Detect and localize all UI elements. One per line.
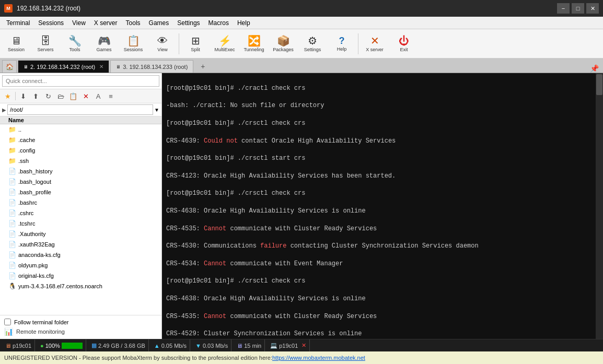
file-icon: 📄 <box>8 220 16 227</box>
list-item[interactable]: 📄 .bash_history <box>0 166 161 177</box>
close-button[interactable]: ✕ <box>586 3 599 14</box>
quick-connect-bar <box>0 73 161 89</box>
remote-monitoring-row[interactable]: 📊 Remote monitoring <box>4 327 157 336</box>
titlebar-title: 192.168.134.232 (root) <box>17 5 80 12</box>
menu-sessions[interactable]: Sessions <box>34 18 68 28</box>
toolbar-view-label: View <box>157 47 167 52</box>
path-bar: ▶ ▼ <box>0 103 161 116</box>
list-item[interactable]: 🐧 yum-3.4.3-168.el7.centos.noarch <box>0 281 161 291</box>
tab-home[interactable]: 🏠 <box>2 60 17 73</box>
folder-icon: 📁 <box>8 157 16 165</box>
tab-icon-2: 🖥 <box>116 64 121 69</box>
toolbar-separator-2 <box>358 33 358 54</box>
sidebar-download-button[interactable]: ⬇ <box>17 90 29 102</box>
list-item[interactable]: 📁 .ssh <box>0 156 161 166</box>
main-area: ★ ⬇ ⬆ ↻ 🗁 📋 ✕ A ≡ ▶ ▼ Name 📁 .. <box>0 73 603 339</box>
list-item[interactable]: 📄 .bash_profile <box>0 187 161 197</box>
sidebar-rename-button[interactable]: A <box>92 90 104 102</box>
menu-help[interactable]: Help <box>233 18 254 28</box>
menu-tools[interactable]: Tools <box>122 18 145 28</box>
toolbar-tunneling-label: Tunneling <box>243 47 264 52</box>
scrollbar-thumb[interactable] <box>596 74 602 95</box>
toolbar-servers[interactable]: 🗄 Servers <box>31 31 60 57</box>
status-hostname: 🖥 p19c01 <box>2 339 35 351</box>
list-item[interactable]: 📄 .bashrc <box>0 197 161 208</box>
list-item[interactable]: 📄 .bash_logout <box>0 177 161 187</box>
sidebar-newfolder-button[interactable]: 🗁 <box>55 90 66 102</box>
follow-terminal-label: Follow terminal folder <box>14 319 69 325</box>
toolbar-tunneling[interactable]: 🔀 Tunneling <box>240 31 268 57</box>
minimize-button[interactable]: − <box>557 3 570 14</box>
file-icon: 📄 <box>8 189 16 196</box>
sidebar-delete-button[interactable]: ✕ <box>80 90 91 102</box>
sidebar-star-button[interactable]: ★ <box>2 90 14 102</box>
toolbar-multiexec[interactable]: ⚡ MultiExec <box>211 31 239 57</box>
exit-icon: ⏻ <box>399 36 409 46</box>
status-netup-icon: ▲ <box>154 343 160 349</box>
list-item[interactable]: 📄 .cshrc <box>0 208 161 218</box>
menu-view[interactable]: View <box>68 18 90 28</box>
term-line: [root@p19c01 bin]# ./crsctl check crs <box>166 119 592 128</box>
toolbar-exit[interactable]: ⏻ Exit <box>390 31 418 57</box>
file-icon: 📄 <box>8 168 16 175</box>
tab-add-button[interactable]: + <box>196 60 209 73</box>
banner-link[interactable]: https://www.mobaxterm.mobatek.net <box>272 355 365 361</box>
toolbar-games[interactable]: 🎮 Games <box>90 31 118 57</box>
maximize-button[interactable]: □ <box>572 3 584 14</box>
sidebar-copy-button[interactable]: 📋 <box>67 90 79 102</box>
term-line: CRS-4123: Oracle High Availability Servi… <box>166 172 592 181</box>
term-line: CRS-4535: Cannot communicate with Cluste… <box>166 225 592 233</box>
list-item[interactable]: 📁 .config <box>0 145 161 156</box>
path-input[interactable] <box>7 104 153 115</box>
games-icon: 🎮 <box>98 36 111 46</box>
terminal-scrollbar[interactable] <box>596 73 603 339</box>
term-line: CRS-4530: Communications failure contact… <box>166 242 592 251</box>
tab-active-1[interactable]: 🖥 2. 192.168.134.232 (root) ✕ <box>18 60 109 73</box>
list-item[interactable]: 📄 .xauthR32Eag <box>0 239 161 250</box>
file-icon: 📄 <box>8 178 16 185</box>
follow-terminal-checkbox[interactable] <box>4 319 11 325</box>
toolbar-packages[interactable]: 📦 Packages <box>269 31 297 57</box>
list-item[interactable]: 📁 .. <box>0 124 161 135</box>
sidebar-menu-button[interactable]: ≡ <box>105 90 117 102</box>
menu-terminal[interactable]: Terminal <box>2 18 34 28</box>
file-icon: 📄 <box>8 251 16 259</box>
toolbar-xserver-label: X server <box>366 47 384 52</box>
toolbar-help[interactable]: ? Help <box>328 31 356 57</box>
toolbar-sessions[interactable]: 📋 Sessions <box>119 31 147 57</box>
toolbar-view[interactable]: 👁 View <box>148 31 177 57</box>
sidebar-refresh-button[interactable]: ↻ <box>42 90 54 102</box>
list-item[interactable]: 📄 anaconda-ks.cfg <box>0 250 161 260</box>
status-time: 🖥 15 min <box>234 339 265 351</box>
menu-xserver[interactable]: X server <box>90 18 122 28</box>
status-time-icon: 🖥 <box>237 343 242 349</box>
quick-connect-input[interactable] <box>2 75 159 87</box>
folder-icon: 📁 <box>8 136 16 144</box>
toolbar-tools[interactable]: 🔧 Tools <box>61 31 89 57</box>
list-item[interactable]: 📄 .Xauthority <box>0 229 161 239</box>
sidebar: ★ ⬇ ⬆ ↻ 🗁 📋 ✕ A ≡ ▶ ▼ Name 📁 .. <box>0 73 162 339</box>
sidebar-upload-button[interactable]: ⬆ <box>30 90 41 102</box>
toolbar-session[interactable]: 🖥 Session <box>2 31 30 57</box>
tab-close-1[interactable]: ✕ <box>99 64 103 69</box>
help-icon: ? <box>339 36 345 45</box>
tab-2[interactable]: 🖥 3. 192.168.134.233 (root) <box>110 60 193 73</box>
toolbar-exit-label: Exit <box>400 47 408 52</box>
list-item[interactable]: 📄 oldyum.pkg <box>0 260 161 271</box>
monitor-icon: 📊 <box>4 327 13 336</box>
list-item[interactable]: 📁 .cache <box>0 135 161 145</box>
toolbar-settings[interactable]: ⚙ Settings <box>298 31 327 57</box>
terminal-area[interactable]: [root@p19c01 bin]# ./cractl check crs -b… <box>162 73 596 339</box>
status-cpu: ● 100% <box>37 339 86 351</box>
toolbar-servers-label: Servers <box>37 47 53 52</box>
list-item[interactable]: 📄 original-ks.cfg <box>0 271 161 281</box>
status-memory-icon: ▦ <box>91 342 97 349</box>
toolbar-split[interactable]: ⊞ Split <box>181 31 210 57</box>
toolbar-xserver[interactable]: ✕ X server <box>361 31 389 57</box>
menu-settings[interactable]: Settings <box>173 18 204 28</box>
path-dropdown-icon[interactable]: ▼ <box>154 107 159 113</box>
menu-games[interactable]: Games <box>145 18 173 28</box>
toolbar-settings-label: Settings <box>304 47 321 52</box>
list-item[interactable]: 📄 .tcshrc <box>0 218 161 229</box>
menu-macros[interactable]: Macros <box>204 18 233 28</box>
